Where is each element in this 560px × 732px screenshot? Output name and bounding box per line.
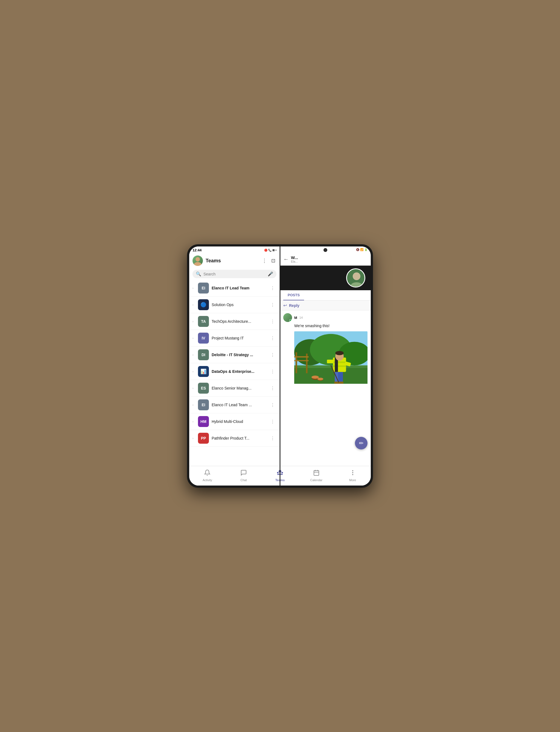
time-display: 12:44 [193, 248, 202, 252]
team-options-solution-ops[interactable]: ⋮ [269, 302, 276, 308]
nav-item-more[interactable]: More [334, 468, 371, 483]
team-options-elanco-it[interactable]: ⋮ [269, 285, 276, 291]
tab-posts[interactable]: POSTS [283, 290, 304, 300]
status-icons-right: 🔇 📶 🔋 [356, 248, 367, 251]
team-name-hybrid: Hybrid Multi-Cloud [212, 419, 266, 424]
phone-icon: 📞 [268, 249, 272, 252]
svg-point-16 [311, 376, 319, 379]
message-time: 14 [299, 316, 303, 319]
team-name-project-mustang: Project Mustang IT [212, 336, 266, 340]
calendar-icon [313, 470, 320, 478]
battery-icon: 🔋 [364, 248, 367, 251]
header-icons: ⋮ ⊡ [261, 256, 276, 265]
team-item-pathfinder[interactable]: › PP Pathfinder Product T... ⋮ [189, 430, 280, 447]
team-avatar-elanco-senior: ES [198, 383, 209, 394]
right-panel: 🔇 📶 🔋 ← W... Ela... [280, 246, 371, 466]
team-name-elanco-it: Elanco IT Lead Team [212, 286, 266, 290]
nav-item-chat[interactable]: Chat [226, 468, 262, 483]
nav-item-calendar[interactable]: Calendar [298, 468, 334, 483]
expand-icon: › [193, 320, 195, 323]
user-avatar[interactable] [193, 255, 203, 266]
search-icon: 🔍 [196, 271, 201, 276]
reply-label[interactable]: Reply [289, 303, 299, 308]
nav-label-more: More [349, 479, 356, 482]
message-image-svg [294, 330, 367, 385]
team-options-elanco-it2[interactable]: ⋮ [269, 402, 276, 408]
team-item-techops[interactable]: › TA TechOps Architecture... ⋮ [189, 313, 280, 330]
mic-icon[interactable]: 🎤 [268, 271, 273, 276]
channel-header: ← W... Ela... [280, 253, 371, 265]
svg-point-30 [335, 351, 344, 355]
team-item-project-mustang[interactable]: › IV Project Mustang IT ⋮ [189, 330, 280, 346]
team-avatar-elanco-it2: EI [198, 400, 209, 410]
team-name-elanco-it2: Elanco IT Lead Team ... [212, 403, 266, 407]
team-options-pathfinder[interactable]: ⋮ [269, 435, 276, 442]
team-avatar-pathfinder: PP [198, 433, 209, 444]
expand-icon: › [193, 404, 195, 407]
compose-button[interactable]: ✏ [355, 437, 367, 450]
search-bar: 🔍 🎤 [193, 270, 276, 278]
nav-item-activity[interactable]: Activity [189, 468, 226, 483]
chat-icon [240, 470, 247, 478]
notification-icon: 🔴 [264, 249, 267, 252]
team-options-dataops[interactable]: ⋮ [269, 369, 276, 375]
more-icon [349, 470, 356, 478]
message-image [294, 330, 367, 386]
camera-dot [323, 248, 327, 252]
svg-point-38 [352, 474, 353, 475]
team-avatar-hybrid: HM [198, 416, 209, 427]
left-panel: 12:44 🔴 📞 ⊞ • [189, 246, 280, 466]
team-name-elanco-senior: Elanco Senior Manag... [212, 386, 266, 391]
team-options-deloitte[interactable]: ⋮ [269, 352, 276, 358]
expand-icon: › [193, 420, 195, 423]
expand-icon: › [193, 303, 195, 306]
message-header: M 14 [283, 313, 367, 322]
sender-avatar [283, 313, 292, 322]
svg-point-18 [317, 378, 323, 381]
svg-point-1 [194, 262, 202, 266]
svg-point-3 [351, 282, 363, 287]
channel-name: W... [291, 255, 367, 260]
reply-bar[interactable]: ↩ Reply [280, 300, 371, 310]
wifi-icon: 📶 [360, 248, 363, 251]
team-item-hybrid[interactable]: › HM Hybrid Multi-Cloud ⋮ [189, 413, 280, 430]
team-avatar-solution-ops: 🔵 [198, 299, 209, 310]
message-text: We're smashing this! [294, 323, 367, 328]
more-options-button[interactable]: ⋮ [261, 256, 268, 265]
search-input[interactable] [203, 272, 266, 276]
svg-rect-27 [327, 360, 334, 363]
team-item-solution-ops[interactable]: › 🔵 Solution Ops ⋮ [189, 296, 280, 313]
team-avatar-elanco-it: EI [198, 282, 209, 293]
team-item-deloitte[interactable]: › DI Deloitte - IT Strategy ... ⋮ [189, 346, 280, 363]
team-item-elanco-senior[interactable]: › ES Elanco Senior Manag... ⋮ [189, 380, 280, 397]
svg-point-36 [352, 471, 353, 471]
team-item-elanco-it2[interactable]: › EI Elanco IT Lead Team ... ⋮ [189, 397, 280, 413]
video-user-avatar [346, 268, 365, 287]
team-avatar-techops: TA [198, 316, 209, 327]
tab-bar: POSTS [280, 290, 371, 300]
team-name-deloitte: Deloitte - IT Strategy ... [212, 352, 266, 357]
team-avatar-dataops: 📊 [198, 366, 209, 377]
svg-rect-11 [296, 352, 297, 374]
video-preview [280, 265, 371, 290]
team-options-elanco-senior[interactable]: ⋮ [269, 385, 276, 392]
expand-icon: › [193, 387, 195, 390]
team-name-solution-ops: Solution Ops [212, 302, 266, 307]
svg-rect-13 [294, 356, 309, 357]
nav-label-activity: Activity [203, 479, 212, 482]
video-call-button[interactable]: ⊡ [270, 256, 276, 265]
team-item-dataops[interactable]: › 📊 DataOps & Enterprise... ⋮ [189, 363, 280, 380]
team-options-project-mustang[interactable]: ⋮ [269, 335, 276, 341]
nav-label-calendar: Calendar [310, 479, 322, 482]
expand-icon: › [193, 287, 195, 290]
channel-sub: Ela... [291, 260, 367, 263]
team-options-techops[interactable]: ⋮ [269, 318, 276, 325]
team-item-elanco-it[interactable]: › EI Elanco IT Lead Team ⋮ [189, 280, 280, 296]
channel-info: W... Ela... [291, 255, 367, 263]
team-avatar-deloitte: DI [198, 349, 209, 360]
back-button[interactable]: ← [283, 256, 289, 262]
team-name-techops: TechOps Architecture... [212, 319, 266, 323]
team-options-hybrid[interactable]: ⋮ [269, 419, 276, 425]
phone-device: 12:44 🔴 📞 ⊞ • [187, 244, 373, 488]
teams-list: › EI Elanco IT Lead Team ⋮ › 🔵 Solution … [189, 280, 280, 466]
